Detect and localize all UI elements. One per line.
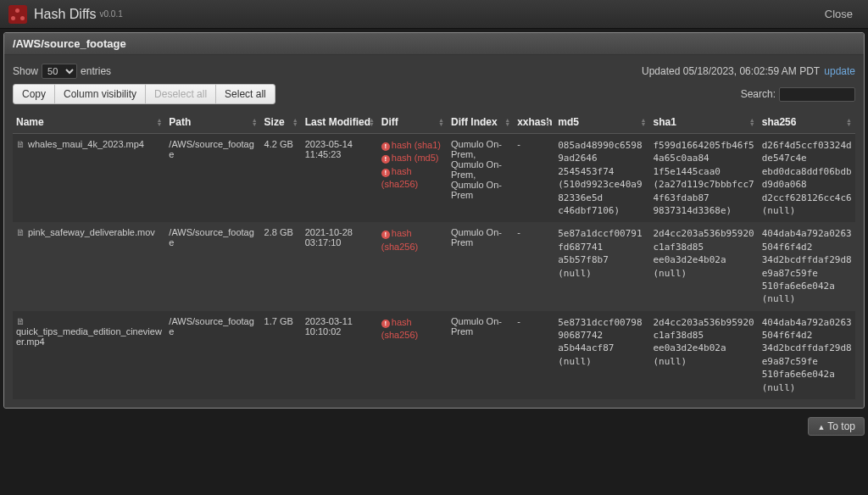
cell-sha1: 2d4cc203a536b95920c1af38d85 ee0a3d2e4b02… [649,311,758,399]
button-group: Copy Column visibility Deselect all Sele… [13,84,275,104]
header-row: Name▲▼ Path▲▼ Size▲▼ Last Modified▲▼ Dif… [13,111,855,134]
sort-icon: ▲▼ [438,118,444,126]
entries-label: entries [81,65,111,77]
cell-diff: !hash (sha256) [378,311,448,399]
warning-icon: ! [381,231,390,239]
col-diff-index[interactable]: Diff Index▲▼ [448,111,514,134]
copy-button[interactable]: Copy [13,84,55,104]
cell-sha1: f599d1664205fb46f54a65c0aa84 1f5e1445caa… [649,134,758,223]
cell-name: 🗎quick_tips_media_edition_cineviewer.mp4 [13,311,165,399]
cell-diff-index: Qumulo On-Prem [448,222,514,310]
sort-icon: ▲▼ [545,118,551,126]
panel-title: /AWS/source_footage [4,33,864,55]
cell-md5: 085ad48990c65989ad2646 2545453f74 (510d9… [554,134,649,223]
cell-xxhash: - [514,134,554,223]
sort-icon: ▲▼ [846,118,852,126]
controls-row: Show 50 entries Updated 05/18/2023, 06:0… [13,64,855,79]
cell-diff-index: Qumulo On-Prem [448,311,514,399]
main-panel: /AWS/source_footage Show 50 entries Upda… [3,32,865,409]
topbar: Hash Diffs v0.0.1 Close [0,0,868,29]
cell-name: 🗎whales_maui_4k_2023.mp4 [13,134,165,223]
col-modified[interactable]: Last Modified▲▼ [302,111,378,134]
sort-icon: ▲▼ [504,118,510,126]
to-top-label: To top [827,420,855,432]
cell-modified: 2023-03-11 10:10:02 [302,311,378,399]
warning-icon: ! [381,320,390,328]
diff-badge: !hash (sha256) [381,165,444,192]
updated-time: 05/18/2023, 06:02:59 AM PDT [683,65,820,77]
app-logo [8,5,27,24]
cell-diff: !hash (sha256) [378,222,448,310]
cell-size: 2.8 GB [261,222,302,310]
select-all-button[interactable]: Select all [215,84,275,104]
col-diff[interactable]: Diff▲▼ [378,111,448,134]
warning-icon: ! [381,155,390,164]
cell-xxhash: - [514,222,554,310]
cell-sha256: 404dab4a792a0263504f6f4d2 34d2bcdffdaf29… [759,311,855,399]
col-md5[interactable]: md5▲▼ [554,111,649,134]
cell-size: 4.2 GB [261,134,302,223]
app-version: v0.0.1 [100,9,123,19]
table-row[interactable]: 🗎whales_maui_4k_2023.mp4/AWS/source_foot… [13,134,855,223]
col-size[interactable]: Size▲▼ [261,111,302,134]
close-button[interactable]: Close [818,4,860,24]
file-icon: 🗎 [16,139,25,149]
cell-path: /AWS/source_footage [165,134,260,223]
colvis-button[interactable]: Column visibility [54,84,146,104]
file-icon: 🗎 [16,316,25,326]
col-xxhash[interactable]: xxhash▲▼ [514,111,554,134]
table-row[interactable]: 🗎pink_safeway_deliverable.mov/AWS/source… [13,222,855,310]
diff-badge: !hash (md5) [381,152,444,164]
diff-badge: !hash (sha256) [381,227,444,253]
data-table: Name▲▼ Path▲▼ Size▲▼ Last Modified▲▼ Dif… [13,111,855,399]
diff-badge: !hash (sha256) [381,316,444,342]
sort-icon: ▲▼ [641,118,647,126]
warning-icon: ! [381,142,390,151]
cell-name: 🗎pink_safeway_deliverable.mov [13,222,165,310]
cell-sha256: d26f4d5ccf03324dde547c4e ebd0dca8ddf06bd… [759,134,855,223]
search-box: Search: [741,87,855,102]
updated-prefix: Updated [642,65,683,77]
cell-modified: 2021-10-28 03:17:10 [302,222,378,310]
to-top-button[interactable]: ▲To top [808,417,865,436]
col-sha256[interactable]: sha256▲▼ [759,111,855,134]
col-path[interactable]: Path▲▼ [165,111,260,134]
app-title: Hash Diffs [34,7,97,22]
to-top-container: ▲To top [0,412,868,437]
cell-path: /AWS/source_footage [165,311,260,399]
file-icon: 🗎 [16,227,25,237]
sort-icon: ▲▼ [252,118,258,126]
arrow-up-icon: ▲ [817,423,825,431]
col-name[interactable]: Name▲▼ [13,111,165,134]
cell-md5: 5e87a1dccf00791fd687741 a5b57f8b7 (null) [554,222,649,310]
cell-sha1: 2d4cc203a536b95920c1af38d85 ee0a3d2e4b02… [649,222,758,310]
cell-sha256: 404dab4a792a0263504f6f4d2 34d2bcdffdaf29… [759,222,855,310]
sort-icon: ▲▼ [292,118,298,126]
warning-icon: ! [381,169,390,177]
diff-badge: !hash (sha1) [381,139,444,152]
cell-modified: 2023-05-14 11:45:23 [302,134,378,223]
sort-icon: ▲▼ [369,118,375,126]
toolbar-row: Copy Column visibility Deselect all Sele… [13,84,855,104]
sort-icon: ▲▼ [749,118,755,126]
show-label: Show [13,65,38,77]
update-link[interactable]: update [824,65,855,77]
search-label: Search: [741,88,776,100]
panel-body: Show 50 entries Updated 05/18/2023, 06:0… [4,55,864,408]
cell-diff-index: Qumulo On-Prem, Qumulo On-Prem, Qumulo O… [448,134,514,223]
cell-size: 1.7 GB [261,311,302,399]
cell-xxhash: - [514,311,554,399]
deselect-button[interactable]: Deselect all [145,84,216,104]
table-row[interactable]: 🗎quick_tips_media_edition_cineviewer.mp4… [13,311,855,399]
page-size-select[interactable]: 50 [42,64,77,79]
page-length: Show 50 entries [13,64,111,79]
updated-text: Updated 05/18/2023, 06:02:59 AM PDT upda… [642,65,855,77]
cell-diff: !hash (sha1)!hash (md5)!hash (sha256) [378,134,448,223]
cell-path: /AWS/source_footage [165,222,260,310]
search-input[interactable] [779,87,855,102]
col-sha1[interactable]: sha1▲▼ [649,111,758,134]
cell-md5: 5e8731dccf0079890687742 a5b44acf87 (null… [554,311,649,399]
sort-icon: ▲▼ [156,118,162,126]
